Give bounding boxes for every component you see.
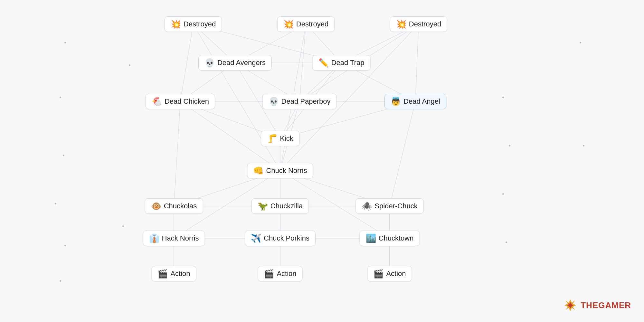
- decorative-dot: [502, 193, 504, 195]
- node-chuckzilla[interactable]: 🦖Chuckzilla: [251, 198, 309, 214]
- node-kick[interactable]: 🦵Kick: [261, 131, 299, 146]
- node-label-hack_norris: Hack Norris: [162, 234, 199, 242]
- node-dead_angel[interactable]: 👼Dead Angel: [384, 94, 446, 109]
- decorative-dot: [60, 97, 61, 98]
- node-chuck_porkins[interactable]: ✈️Chuck Porkins: [245, 231, 316, 246]
- decorative-dot: [506, 242, 507, 243]
- node-dead_trap[interactable]: ✏️Dead Trap: [312, 55, 371, 71]
- decorative-dot: [583, 145, 584, 147]
- node-label-destroyed2: Destroyed: [296, 20, 328, 28]
- node-label-action3: Action: [386, 270, 406, 278]
- node-label-chuckolas: Chuckolas: [164, 202, 197, 210]
- node-label-spider_chuck: Spider-Chuck: [374, 202, 417, 210]
- node-label-dead_chicken: Dead Chicken: [165, 97, 209, 106]
- node-label-dead_angel: Dead Angel: [403, 97, 440, 106]
- node-icon-chucktown: 🏙️: [366, 234, 376, 242]
- decorative-dot: [502, 97, 504, 98]
- canvas: 💥Destroyed💥Destroyed💥Destroyed💀Dead Aven…: [0, 0, 644, 322]
- node-dead_chicken[interactable]: 🐔Dead Chicken: [146, 94, 215, 109]
- node-icon-kick: 🦵: [267, 134, 277, 143]
- decorative-dot: [122, 225, 124, 227]
- node-icon-hack_norris: 👔: [149, 234, 159, 242]
- decorative-dot: [64, 245, 66, 246]
- node-label-chuck_porkins: Chuck Porkins: [264, 234, 309, 242]
- decorative-dot: [580, 42, 581, 43]
- node-icon-action3: 🎬: [373, 270, 384, 278]
- connections-svg: [0, 0, 644, 322]
- watermark: THEGAMER: [563, 298, 631, 312]
- node-action1[interactable]: 🎬Action: [151, 266, 196, 281]
- node-icon-dead_avengers: 💀: [204, 59, 215, 67]
- node-action2[interactable]: 🎬Action: [258, 266, 302, 281]
- watermark-text: THEGAMER: [581, 300, 631, 310]
- node-label-kick: Kick: [280, 134, 293, 143]
- node-label-chuckzilla: Chuckzilla: [270, 202, 303, 210]
- node-icon-action1: 🎬: [157, 270, 168, 278]
- svg-point-50: [569, 304, 572, 307]
- node-hack_norris[interactable]: 👔Hack Norris: [143, 231, 205, 246]
- decorative-dot: [129, 64, 130, 66]
- node-destroyed3[interactable]: 💥Destroyed: [390, 16, 447, 32]
- node-label-action1: Action: [170, 270, 190, 278]
- node-label-chucktown: Chucktown: [379, 234, 414, 242]
- node-icon-dead_chicken: 🐔: [152, 97, 162, 106]
- node-action3[interactable]: 🎬Action: [367, 266, 412, 281]
- decorative-dot: [60, 280, 61, 282]
- node-label-destroyed1: Destroyed: [184, 20, 216, 28]
- node-label-dead_trap: Dead Trap: [331, 59, 365, 67]
- node-label-destroyed3: Destroyed: [409, 20, 441, 28]
- node-icon-destroyed2: 💥: [283, 20, 294, 28]
- node-icon-chuckzilla: 🦖: [258, 202, 268, 210]
- node-label-dead_avengers: Dead Avengers: [217, 59, 266, 67]
- svg-line-1: [180, 24, 193, 101]
- node-icon-chuckolas: 🐵: [151, 202, 161, 210]
- decorative-dot: [55, 203, 56, 204]
- node-label-action2: Action: [277, 270, 296, 278]
- node-icon-destroyed3: 💥: [396, 20, 406, 28]
- node-chuckolas[interactable]: 🐵Chuckolas: [145, 198, 203, 214]
- decorative-dot: [509, 145, 510, 147]
- node-icon-spider_chuck: 🕷️: [362, 202, 372, 210]
- node-spider_chuck[interactable]: 🕷️Spider-Chuck: [355, 198, 423, 214]
- node-destroyed1[interactable]: 💥Destroyed: [165, 16, 222, 32]
- decorative-dot: [64, 42, 66, 43]
- svg-line-7: [415, 24, 419, 101]
- node-icon-dead_paperboy: 💀: [269, 97, 279, 106]
- node-dead_avengers[interactable]: 💀Dead Avengers: [198, 55, 272, 71]
- svg-line-22: [390, 101, 415, 206]
- node-dead_paperboy[interactable]: 💀Dead Paperboy: [262, 94, 337, 109]
- node-icon-chuck_norris: 👊: [253, 166, 263, 175]
- node-icon-chuck_porkins: ✈️: [251, 234, 261, 242]
- node-icon-action2: 🎬: [264, 270, 274, 278]
- node-icon-destroyed1: 💥: [171, 20, 181, 28]
- node-label-chuck_norris: Chuck Norris: [266, 166, 307, 175]
- svg-line-16: [174, 101, 180, 206]
- decorative-dot: [63, 155, 64, 156]
- node-chuck_norris[interactable]: 👊Chuck Norris: [247, 163, 313, 178]
- node-icon-dead_angel: 👼: [391, 97, 401, 106]
- thegamer-logo-icon: [563, 298, 577, 312]
- node-destroyed2[interactable]: 💥Destroyed: [277, 16, 335, 32]
- node-label-dead_paperboy: Dead Paperboy: [281, 97, 331, 106]
- node-chucktown[interactable]: 🏙️Chucktown: [360, 231, 420, 246]
- node-icon-dead_trap: ✏️: [318, 59, 329, 67]
